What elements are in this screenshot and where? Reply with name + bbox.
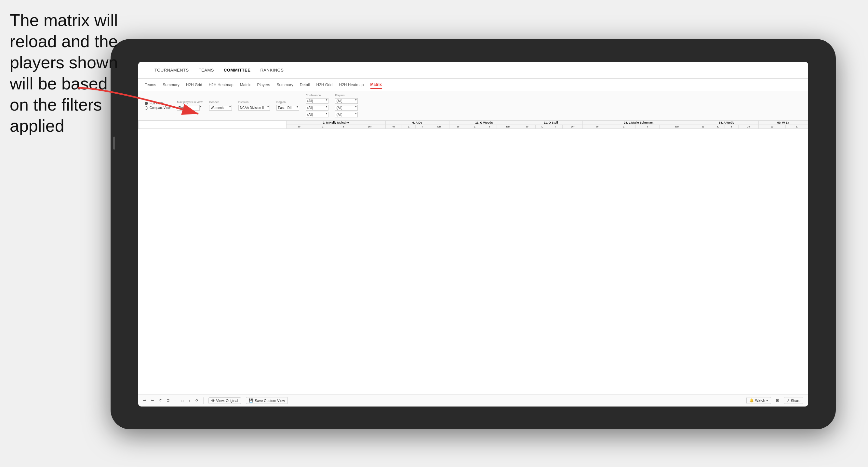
undo-button[interactable]: ↩ bbox=[143, 398, 146, 403]
nav-bar: TOURNAMENTS TEAMS COMMITTEE RANKINGS bbox=[138, 62, 808, 79]
max-players-select-wrapper: Top 25 Top 50 All bbox=[177, 104, 203, 111]
subnav-summary[interactable]: Summary bbox=[163, 81, 179, 89]
subnav-summary2[interactable]: Summary bbox=[276, 81, 293, 89]
division-select[interactable]: NCAA Division II NCAA Division I NCAA Di… bbox=[238, 105, 270, 111]
sub-dif-5: Dif bbox=[659, 125, 695, 129]
view-icon: 👁 bbox=[211, 399, 215, 403]
conference-select-1[interactable]: (All) bbox=[306, 98, 329, 104]
players-label: Players bbox=[335, 94, 358, 97]
subnav-matrix[interactable]: Matrix bbox=[240, 81, 251, 89]
compact-view-option[interactable]: Compact View bbox=[145, 106, 170, 110]
matrix-table: 2. M Kelly Mulcahy 6. A Dy 11. G Woods 2… bbox=[138, 120, 808, 129]
subnav-h2h-grid2[interactable]: H2H Grid bbox=[316, 81, 332, 89]
col-header-webb: 38. A Webb bbox=[695, 121, 758, 125]
subnav-matrix2[interactable]: Matrix bbox=[370, 81, 382, 89]
share-button[interactable]: ↗ Share bbox=[784, 397, 803, 404]
redo-button[interactable]: ↪ bbox=[151, 398, 154, 403]
conference-label: Conference bbox=[306, 94, 329, 97]
save-icon: 💾 bbox=[249, 398, 253, 403]
zoom-in-button[interactable]: + bbox=[188, 399, 190, 403]
sub-l-7: L bbox=[786, 125, 808, 129]
save-custom-view-button[interactable]: 💾 Save Custom View bbox=[246, 397, 288, 404]
sub-w-3: W bbox=[449, 125, 467, 129]
subnav-h2h-grid[interactable]: H2H Grid bbox=[186, 81, 202, 89]
save-custom-label: Save Custom View bbox=[255, 399, 285, 403]
sub-l-2: L bbox=[402, 125, 415, 129]
subnav-h2h-heatmap[interactable]: H2H Heatmap bbox=[209, 81, 234, 89]
subnav-h2h-heatmap2[interactable]: H2H Heatmap bbox=[339, 81, 364, 89]
view-options: Full View Compact View bbox=[145, 101, 170, 110]
gender-select[interactable]: Women's Men's bbox=[209, 105, 232, 111]
sub-dif-1: Dif bbox=[354, 125, 385, 129]
gender-label: Gender bbox=[209, 100, 232, 104]
fit-button[interactable]: ⊡ bbox=[166, 398, 169, 403]
watch-button[interactable]: 🔔 Watch ▾ bbox=[746, 397, 771, 404]
bottom-toolbar: ↩ ↪ ↺ ⊡ − □ + ⟳ 👁 View: Original 💾 Save … bbox=[138, 394, 808, 406]
col-header-woods: 11. G Woods bbox=[449, 121, 519, 125]
players-select-2[interactable]: (All) bbox=[335, 105, 358, 111]
view-original-button[interactable]: 👁 View: Original bbox=[209, 397, 241, 404]
max-players-filter: Max players in view Top 25 Top 50 All bbox=[177, 100, 203, 111]
players-select-3[interactable]: (All) bbox=[335, 112, 358, 117]
nav-teams[interactable]: TEAMS bbox=[199, 66, 214, 74]
col-header-stoll: 21. O Stoll bbox=[519, 121, 583, 125]
sub-t-2: T bbox=[415, 125, 429, 129]
sub-l-1: L bbox=[312, 125, 333, 129]
share-label: Share bbox=[791, 399, 800, 403]
compact-view-label: Compact View bbox=[150, 106, 170, 110]
players-select-wrapper-3: (All) bbox=[335, 111, 358, 117]
subnav-detail[interactable]: Detail bbox=[300, 81, 310, 89]
sub-t-5: T bbox=[636, 125, 659, 129]
matrix-area[interactable]: 2. M Kelly Mulcahy 6. A Dy 11. G Woods 2… bbox=[138, 120, 808, 394]
zoom-fit-button[interactable]: □ bbox=[181, 399, 183, 403]
sub-l-5: L bbox=[612, 125, 636, 129]
sub-dif-3: Dif bbox=[497, 125, 519, 129]
sub-w-1: W bbox=[286, 125, 312, 129]
region-select[interactable]: East - DII West - DII bbox=[276, 105, 299, 111]
refresh-button[interactable]: ⟳ bbox=[195, 398, 198, 403]
compact-view-radio bbox=[145, 106, 148, 110]
nav-committee[interactable]: COMMITTEE bbox=[224, 66, 251, 74]
subnav-teams[interactable]: Teams bbox=[145, 81, 156, 89]
full-view-radio bbox=[145, 102, 148, 105]
nav-items: TOURNAMENTS TEAMS COMMITTEE RANKINGS bbox=[154, 66, 284, 74]
tablet-frame: TOURNAMENTS TEAMS COMMITTEE RANKINGS Tea… bbox=[111, 39, 836, 429]
players-filter: Players (All) (All) (All) bbox=[335, 94, 358, 117]
sub-l-6: L bbox=[711, 125, 725, 129]
gender-select-wrapper: Women's Men's bbox=[209, 104, 232, 111]
nav-rankings[interactable]: RANKINGS bbox=[260, 66, 284, 74]
gender-filter: Gender Women's Men's bbox=[209, 100, 232, 111]
sub-l-4: L bbox=[536, 125, 549, 129]
col-header-mulcahy: 2. M Kelly Mulcahy bbox=[286, 121, 385, 125]
sub-t-4: T bbox=[549, 125, 563, 129]
conference-select-wrapper-2: (All) bbox=[306, 104, 329, 111]
col-header-schumac: 23. L Marie Schumac. bbox=[583, 121, 695, 125]
players-select-1[interactable]: (All) bbox=[335, 98, 358, 104]
players-select-wrapper-2: (All) bbox=[335, 104, 358, 111]
sub-w-5: W bbox=[583, 125, 612, 129]
max-players-select[interactable]: Top 25 Top 50 All bbox=[177, 105, 200, 111]
max-players-label: Max players in view bbox=[177, 100, 203, 104]
conference-select-3[interactable]: (All) bbox=[306, 112, 329, 117]
watch-label: Watch ▾ bbox=[755, 398, 768, 403]
tablet-screen: TOURNAMENTS TEAMS COMMITTEE RANKINGS Tea… bbox=[138, 62, 808, 406]
reset-button[interactable]: ↺ bbox=[159, 398, 162, 403]
sub-w-4: W bbox=[519, 125, 536, 129]
full-view-option[interactable]: Full View bbox=[145, 101, 170, 105]
division-label: Division bbox=[238, 100, 270, 104]
division-filter: Division NCAA Division II NCAA Division … bbox=[238, 100, 270, 111]
filter-bar: Full View Compact View Max players in vi… bbox=[138, 91, 808, 120]
zoom-out-button[interactable]: − bbox=[174, 399, 176, 403]
conference-select-2[interactable]: (All) bbox=[306, 105, 329, 111]
nav-tournaments[interactable]: TOURNAMENTS bbox=[154, 66, 189, 74]
sub-t-1: T bbox=[333, 125, 354, 129]
sub-w-6: W bbox=[695, 125, 711, 129]
region-filter: Region East - DII West - DII bbox=[276, 100, 299, 111]
subnav-players[interactable]: Players bbox=[257, 81, 270, 89]
sub-t-6: T bbox=[725, 125, 739, 129]
conference-select-wrapper-3: (All) bbox=[306, 111, 329, 117]
sub-w-2: W bbox=[385, 125, 402, 129]
layout-button[interactable]: ⊞ bbox=[776, 398, 779, 403]
watch-icon: 🔔 bbox=[749, 398, 754, 403]
full-view-label: Full View bbox=[150, 101, 163, 105]
